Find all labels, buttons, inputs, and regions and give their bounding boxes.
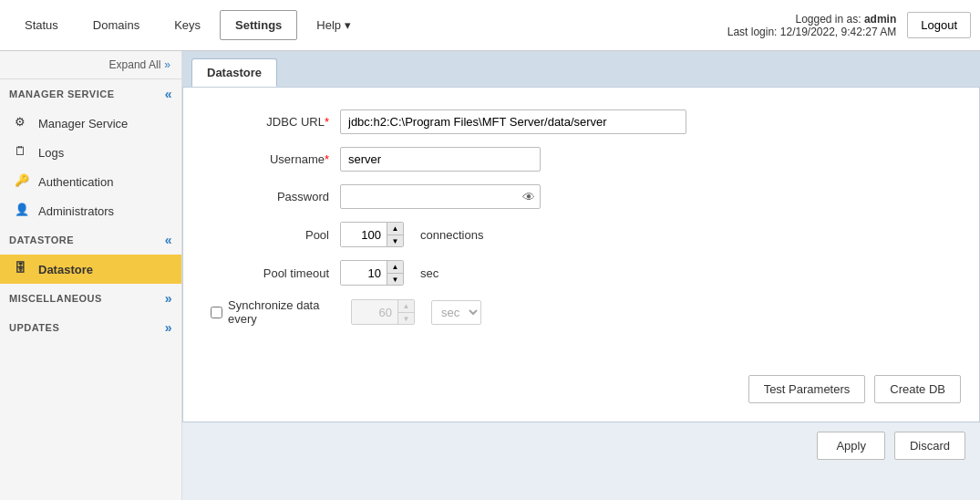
sidebar-item-logs[interactable]: 🗒 Logs [0,138,181,167]
user-info: Logged in as: admin Last login: 12/19/20… [727,13,896,38]
username-row: Username* [211,147,952,172]
pool-row: Pool ▲ ▼ connections [211,222,952,247]
jdbc-url-required: * [325,115,329,129]
nav-settings[interactable]: Settings [220,10,297,40]
logout-button[interactable]: Logout [907,12,971,38]
pool-spinner-btns: ▲ ▼ [387,223,403,246]
pool-timeout-spinner: ▲ ▼ [340,260,404,286]
create-db-button[interactable]: Create DB [874,375,961,403]
nav-keys[interactable]: Keys [159,10,216,40]
section-miscellaneous-label: MISCELLANEOUS [9,293,102,304]
password-label: Password [211,190,329,203]
expand-all-bar[interactable]: Expand All » [0,51,181,79]
expand-all-icon: » [164,58,170,71]
top-nav: Status Domains Keys Settings Help ▾ Logg… [0,0,980,51]
sidebar-item-datastore-label: Datastore [38,263,93,276]
test-parameters-button[interactable]: Test Parameters [748,375,866,403]
section-manager-service[interactable]: MANAGER SERVICE « [0,79,181,109]
discard-button[interactable]: Discard [894,432,965,460]
password-row: Password 👁 [211,184,952,209]
sync-unit-select: sec min hr [431,300,481,325]
sync-label-text: Synchronize data every [228,298,329,326]
jdbc-url-label: JDBC URL* [211,115,329,129]
nav-menu: Status Domains Keys Settings Help ▾ [9,10,366,40]
pool-timeout-row: Pool timeout ▲ ▼ sec [211,260,952,286]
section-updates-label: UPDATES [9,322,59,333]
auth-icon: 🔑 [15,173,31,190]
apply-button[interactable]: Apply [817,432,885,460]
sync-input [352,300,397,324]
password-input[interactable] [340,184,541,209]
pool-timeout-unit-label: sec [420,266,438,280]
sidebar-item-manager-service-label: Manager Service [38,117,128,130]
tab-bar: Datastore [182,51,980,87]
last-login-label: Last login: [727,26,778,38]
nav-domains[interactable]: Domains [77,10,155,40]
jdbc-url-row: JDBC URL* [211,109,952,134]
content-panel: JDBC URL* Username* Password 👁 [182,87,980,422]
content-area: Datastore JDBC URL* Username* [182,51,980,500]
pool-input[interactable] [341,223,387,246]
gear-icon: ⚙ [15,115,31,131]
section-updates[interactable]: UPDATES » [0,313,181,342]
sidebar-item-logs-label: Logs [38,146,64,160]
sync-checkbox-label: Synchronize data every [211,298,329,326]
pool-decrement-button[interactable]: ▼ [387,234,403,246]
pool-unit-label: connections [420,228,483,242]
user-area: Logged in as: admin Last login: 12/19/20… [727,12,971,38]
sync-spinner-btns: ▲ ▼ [397,300,414,324]
section-miscellaneous[interactable]: MISCELLANEOUS » [0,284,181,313]
pool-timeout-decrement-button[interactable]: ▼ [387,273,403,285]
sidebar: Expand All » MANAGER SERVICE « ⚙ Manager… [0,51,182,500]
pool-spinner: ▲ ▼ [340,222,404,247]
sidebar-item-manager-service[interactable]: ⚙ Manager Service [0,109,181,138]
db-icon: 🗄 [15,261,31,277]
chevron-down-icon: ▾ [345,18,351,32]
sidebar-item-authentication[interactable]: 🔑 Authentication [0,167,181,196]
sync-spinner: ▲ ▼ [351,299,415,325]
section-manager-service-label: MANAGER SERVICE [9,89,114,99]
sync-checkbox[interactable] [211,307,222,318]
show-password-icon[interactable]: 👁 [522,190,535,204]
collapse-icon-miscellaneous: » [165,291,172,306]
sync-increment-button: ▲ [397,300,414,312]
sync-row: Synchronize data every ▲ ▼ sec min hr [211,298,952,326]
pool-timeout-label: Pool timeout [211,266,329,280]
nav-status[interactable]: Status [9,10,74,40]
main-layout: Expand All » MANAGER SERVICE « ⚙ Manager… [0,51,980,500]
sidebar-item-administrators-label: Administrators [38,204,114,218]
admin-icon: 👤 [15,203,31,219]
jdbc-url-input[interactable] [340,109,686,134]
sidebar-item-datastore[interactable]: 🗄 Datastore [0,255,181,284]
pool-increment-button[interactable]: ▲ [387,223,403,234]
pool-timeout-input[interactable] [341,261,387,285]
section-datastore[interactable]: DATASTORE « [0,225,181,255]
form-buttons-row: Test Parameters Create DB [183,360,979,422]
bottom-bar: Apply Discard [182,422,980,469]
expand-all-label: Expand All [109,58,161,71]
log-icon: 🗒 [15,144,31,161]
username-input[interactable] [340,147,541,172]
sidebar-item-administrators[interactable]: 👤 Administrators [0,196,181,225]
last-login-time: 12/19/2022, 9:42:27 AM [780,26,896,38]
pool-timeout-spinner-btns: ▲ ▼ [387,261,403,285]
username-label: Username* [211,152,329,166]
pool-timeout-increment-button[interactable]: ▲ [387,261,403,273]
collapse-icon-datastore: « [165,233,172,247]
collapse-icon-manager-service: « [165,87,172,101]
logged-in-label: Logged in as: [795,13,861,26]
collapse-icon-updates: » [165,320,172,335]
password-wrapper: 👁 [340,184,541,209]
tab-datastore[interactable]: Datastore [191,58,277,87]
form-area: JDBC URL* Username* Password 👁 [183,88,979,360]
nav-help[interactable]: Help ▾ [301,10,366,40]
sync-label-area: Synchronize data every [211,298,329,326]
username-required: * [325,152,329,166]
sidebar-item-authentication-label: Authentication [38,175,113,189]
pool-label: Pool [211,228,329,242]
username: admin [864,13,896,26]
sync-decrement-button: ▼ [397,312,414,324]
section-datastore-label: DATASTORE [9,234,74,245]
